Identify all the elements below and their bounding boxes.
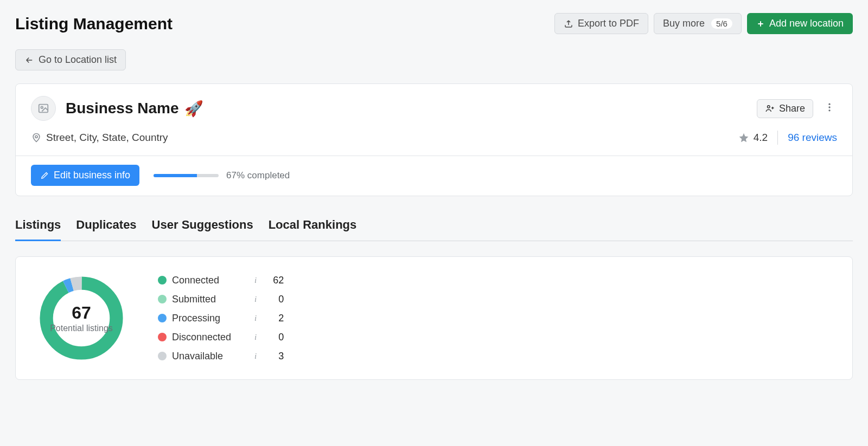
edit-business-label: Edit business info: [54, 170, 130, 181]
go-back-label: Go to Location list: [39, 54, 117, 66]
svg-point-4: [828, 106, 830, 108]
legend-row-connected: Connectedi62: [158, 275, 284, 286]
donut-total: 67: [72, 303, 91, 323]
share-button[interactable]: Share: [757, 99, 813, 118]
address-text: Street, City, State, Country: [46, 132, 168, 144]
arrow-left-icon: [24, 55, 34, 65]
svg-point-3: [828, 104, 830, 105]
legend-dot: [158, 276, 167, 285]
listings-legend: Connectedi62Submittedi0Processingi2Disco…: [158, 275, 284, 362]
info-icon[interactable]: i: [254, 352, 257, 361]
legend-row-processing: Processingi2: [158, 313, 284, 324]
legend-row-disconnected: Disconnectedi0: [158, 332, 284, 343]
donut-label: Potential listings: [50, 323, 113, 333]
page-title: Listing Management: [15, 15, 173, 33]
listings-stats-card: 67 Potential listings Connectedi62Submit…: [15, 256, 853, 380]
legend-value: 0: [262, 294, 284, 305]
legend-row-submitted: Submittedi0: [158, 294, 284, 305]
svg-point-6: [35, 135, 37, 138]
business-card: Business Name 🚀 Share Street, City, Stat…: [15, 83, 853, 196]
business-name-text: Business Name: [66, 100, 179, 117]
business-name: Business Name 🚀: [66, 100, 203, 118]
edit-business-button[interactable]: Edit business info: [31, 165, 139, 186]
info-icon[interactable]: i: [254, 276, 257, 285]
business-address: Street, City, State, Country: [31, 132, 168, 144]
svg-point-2: [767, 106, 770, 108]
image-icon: [37, 102, 49, 114]
business-logo-placeholder: [31, 96, 56, 121]
legend-value: 0: [262, 332, 284, 343]
share-label: Share: [779, 103, 805, 114]
tab-listings[interactable]: Listings: [15, 212, 61, 241]
legend-row-unavailable: Unavailablei3: [158, 351, 284, 362]
buy-more-button[interactable]: Buy more 5/6: [654, 13, 742, 34]
info-icon[interactable]: i: [254, 314, 257, 323]
go-back-button[interactable]: Go to Location list: [15, 49, 126, 70]
more-options-button[interactable]: [822, 100, 837, 117]
tabs-nav: ListingsDuplicatesUser SuggestionsLocal …: [15, 212, 853, 241]
legend-label: Processing: [172, 313, 248, 324]
header-actions: Export to PDF Buy more 5/6 Add new locat…: [554, 13, 853, 34]
export-icon: [564, 19, 573, 29]
legend-value: 3: [262, 351, 284, 362]
legend-value: 2: [262, 313, 284, 324]
more-vertical-icon: [824, 102, 835, 113]
info-icon[interactable]: i: [254, 295, 257, 304]
person-add-icon: [765, 104, 775, 113]
svg-point-5: [828, 109, 830, 111]
svg-point-1: [41, 106, 43, 108]
legend-dot: [158, 295, 167, 303]
progress-label: 67% completed: [226, 170, 290, 181]
legend-dot: [158, 352, 167, 360]
tab-local-rankings[interactable]: Local Rankings: [269, 212, 357, 241]
divider: [777, 131, 778, 145]
progress-bar: [154, 174, 219, 177]
add-location-label: Add new location: [769, 18, 844, 29]
reviews-link[interactable]: 96 reviews: [788, 132, 837, 144]
rocket-icon: 🚀: [184, 100, 203, 118]
star-icon: [738, 132, 749, 143]
legend-value: 62: [262, 275, 284, 286]
legend-dot: [158, 333, 167, 341]
info-icon[interactable]: i: [254, 333, 257, 342]
tab-user-suggestions[interactable]: User Suggestions: [152, 212, 253, 241]
tab-duplicates[interactable]: Duplicates: [76, 212, 136, 241]
export-pdf-label: Export to PDF: [578, 18, 639, 29]
plus-icon: [756, 20, 765, 28]
completion-progress: 67% completed: [154, 170, 290, 181]
location-pin-icon: [31, 132, 42, 143]
rating-value: 4.2: [754, 132, 768, 144]
export-pdf-button[interactable]: Export to PDF: [554, 13, 648, 34]
buy-more-label: Buy more: [663, 18, 705, 29]
add-location-button[interactable]: Add new location: [747, 13, 853, 34]
buy-more-badge: 5/6: [711, 18, 732, 29]
pencil-icon: [40, 171, 49, 180]
legend-label: Submitted: [172, 294, 248, 305]
listings-donut-chart: 67 Potential listings: [35, 272, 127, 364]
legend-label: Connected: [172, 275, 248, 286]
legend-label: Disconnected: [172, 332, 248, 343]
legend-label: Unavailable: [172, 351, 248, 362]
legend-dot: [158, 314, 167, 322]
